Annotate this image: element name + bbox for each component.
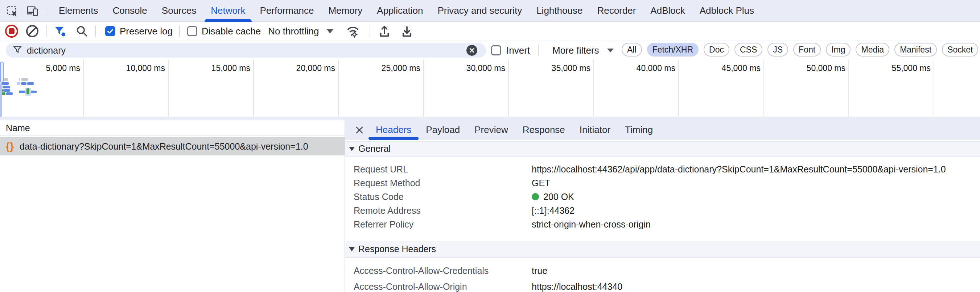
search-icon[interactable] bbox=[75, 25, 89, 38]
filter-pill-socket[interactable]: Socket bbox=[942, 43, 978, 57]
tab-initiator[interactable]: Initiator bbox=[572, 120, 618, 140]
header-value: GET bbox=[532, 178, 550, 188]
header-value: https://localhost:44340 bbox=[532, 281, 622, 292]
import-har-icon[interactable] bbox=[377, 24, 391, 38]
tick-label: 10,000 ms bbox=[77, 63, 165, 73]
disable-cache-checkbox[interactable] bbox=[187, 26, 197, 36]
header-value: https://localhost:44362/api/app/data-dic… bbox=[532, 164, 946, 175]
tab-network[interactable]: Network bbox=[204, 0, 253, 22]
tab-payload[interactable]: Payload bbox=[418, 120, 467, 140]
filter-pill-js[interactable]: JS bbox=[767, 43, 788, 57]
filter-pill-fetch-xhr[interactable]: Fetch/XHR bbox=[647, 43, 698, 57]
clear-filter-icon[interactable] bbox=[466, 45, 477, 56]
close-details-icon[interactable] bbox=[353, 124, 366, 136]
preserve-log-label[interactable]: Preserve log bbox=[120, 26, 173, 37]
filter-pill-font[interactable]: Font bbox=[793, 43, 821, 57]
invert-label[interactable]: Invert bbox=[506, 42, 530, 59]
tab-application[interactable]: Application bbox=[369, 0, 430, 22]
waterfall-bar bbox=[21, 82, 27, 85]
tick-label: 50,000 ms bbox=[758, 63, 845, 73]
general-section-header[interactable]: General bbox=[345, 141, 980, 157]
waterfall-bar bbox=[17, 82, 20, 85]
clear-network-log-icon[interactable] bbox=[26, 25, 38, 37]
network-conditions-icon[interactable] bbox=[346, 24, 360, 38]
divider bbox=[46, 25, 47, 37]
header-row: Request URL https://localhost:44362/api/… bbox=[345, 162, 980, 176]
divider bbox=[95, 25, 96, 37]
tab-performance[interactable]: Performance bbox=[253, 0, 321, 22]
filter-input[interactable]: dictionary bbox=[6, 43, 486, 58]
waterfall-bar bbox=[27, 82, 34, 85]
tick-label: 15,000 ms bbox=[162, 63, 250, 73]
invert-checkbox[interactable] bbox=[491, 45, 501, 56]
filter-query-text: dictionary bbox=[27, 45, 66, 56]
tick-label: 20,000 ms bbox=[247, 63, 335, 73]
header-label: Access-Control-Allow-Credentials bbox=[354, 265, 532, 276]
export-har-icon[interactable] bbox=[400, 24, 414, 38]
divider bbox=[538, 44, 539, 56]
filter-pill-all[interactable]: All bbox=[622, 43, 642, 57]
waterfall-bar bbox=[6, 92, 13, 95]
tab-adblock[interactable]: AdBlock bbox=[643, 0, 692, 22]
request-type-filters: All Fetch/XHR Doc CSS JS Font Img Media … bbox=[622, 43, 980, 57]
chevron-down-icon[interactable] bbox=[327, 29, 333, 33]
header-row: Request Method GET bbox=[345, 176, 980, 190]
divider bbox=[46, 5, 46, 16]
request-name: data-dictionary?SkipCount=1&MaxResultCou… bbox=[19, 141, 308, 152]
filter-pill-css[interactable]: CSS bbox=[735, 43, 762, 57]
overview-grip-handle[interactable] bbox=[0, 62, 4, 83]
tab-headers[interactable]: Headers bbox=[369, 120, 418, 140]
record-stop-square bbox=[9, 28, 14, 34]
header-value: true bbox=[532, 265, 547, 276]
tab-timing[interactable]: Timing bbox=[618, 120, 660, 140]
name-column-header[interactable]: Name bbox=[0, 120, 345, 136]
more-filters-button[interactable]: More filters bbox=[552, 42, 599, 59]
network-overview-timeline[interactable]: 5,000 ms 10,000 ms 15,000 ms 20,000 ms 2… bbox=[0, 60, 980, 117]
preserve-log-checkbox[interactable] bbox=[105, 26, 115, 36]
filter-bar: dictionary Invert More filters All Fetch… bbox=[0, 42, 980, 60]
filter-pill-doc[interactable]: Doc bbox=[704, 43, 729, 57]
inspect-element-icon[interactable] bbox=[5, 4, 19, 18]
tab-elements[interactable]: Elements bbox=[51, 0, 105, 22]
tab-preview[interactable]: Preview bbox=[467, 120, 515, 140]
devtools-tab-bar: Elements Console Sources Network Perform… bbox=[0, 0, 980, 22]
tab-adblock-plus[interactable]: Adblock Plus bbox=[692, 0, 761, 22]
checkmark-icon bbox=[106, 27, 114, 35]
status-ok-dot-icon bbox=[532, 193, 539, 200]
response-header-rows: Access-Control-Allow-Credentials true Ac… bbox=[345, 257, 980, 292]
tab-lighthouse[interactable]: Lighthouse bbox=[529, 0, 590, 22]
waterfall-bar bbox=[3, 89, 10, 92]
waterfall-bar bbox=[21, 78, 28, 81]
tick-label: 40,000 ms bbox=[587, 63, 675, 73]
filter-pill-manifest[interactable]: Manifest bbox=[894, 43, 937, 57]
chevron-down-icon[interactable] bbox=[607, 49, 614, 52]
tab-response[interactable]: Response bbox=[515, 120, 572, 140]
disable-cache-label[interactable]: Disable cache bbox=[202, 26, 261, 37]
tab-memory[interactable]: Memory bbox=[321, 0, 369, 22]
header-label: Remote Address bbox=[354, 205, 532, 216]
filter-toggle-icon[interactable] bbox=[54, 25, 67, 38]
panel-divider-strip bbox=[0, 117, 980, 120]
header-row: Referrer Policy strict-origin-when-cross… bbox=[345, 217, 980, 231]
filter-pill-img[interactable]: Img bbox=[826, 43, 851, 57]
filter-pill-media[interactable]: Media bbox=[856, 43, 889, 57]
header-row: Access-Control-Allow-Origin https://loca… bbox=[345, 279, 980, 292]
throttling-select[interactable]: No throttling bbox=[268, 26, 319, 37]
tab-privacy-and-security[interactable]: Privacy and security bbox=[431, 0, 530, 22]
request-row-selected[interactable]: {} data-dictionary?SkipCount=1&MaxResult… bbox=[0, 137, 345, 156]
xhr-json-icon: {} bbox=[6, 141, 17, 152]
status-text: 200 OK bbox=[543, 192, 574, 202]
header-row: Access-Control-Allow-Credentials true bbox=[345, 263, 980, 279]
response-headers-section-header[interactable]: Response Headers bbox=[345, 241, 980, 257]
request-list-panel: Name {} data-dictionary?SkipCount=1&MaxR… bbox=[0, 120, 345, 292]
tab-sources[interactable]: Sources bbox=[154, 0, 204, 22]
header-value: strict-origin-when-cross-origin bbox=[532, 219, 651, 230]
waterfall-bar bbox=[19, 78, 20, 81]
overview-grip-line bbox=[0, 83, 2, 117]
panel-tabs: Elements Console Sources Network Perform… bbox=[51, 0, 761, 22]
tab-recorder[interactable]: Recorder bbox=[590, 0, 643, 22]
tab-console[interactable]: Console bbox=[105, 0, 154, 22]
record-network-log-icon[interactable] bbox=[5, 25, 18, 38]
divider bbox=[369, 25, 370, 37]
device-toolbar-icon[interactable] bbox=[25, 4, 39, 18]
